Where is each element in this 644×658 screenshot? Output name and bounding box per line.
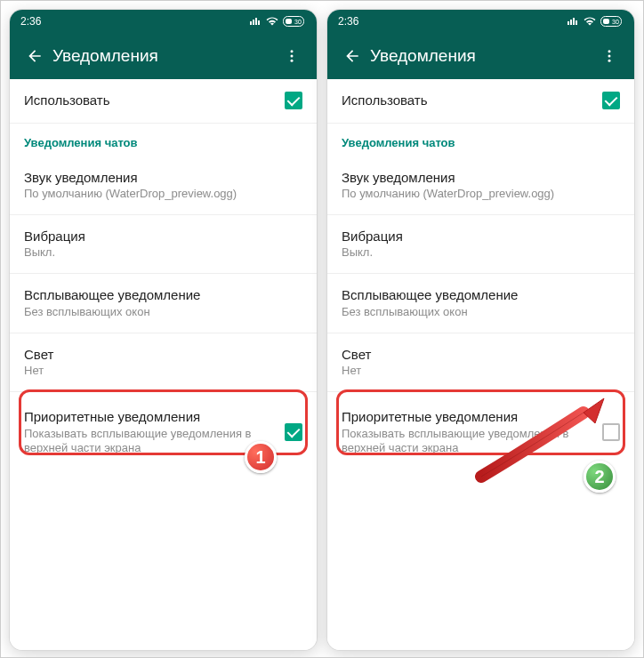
back-button[interactable] (17, 38, 52, 74)
phone-screen-1: 2:36 30 Уведомления Использовать Уведомл… (10, 10, 317, 650)
overflow-menu-button[interactable] (592, 38, 627, 74)
section-chats: Уведомления чатов (10, 124, 317, 156)
status-bar: 2:36 30 (327, 10, 634, 33)
arrow-back-icon (26, 47, 44, 65)
status-icons: 30 (567, 16, 624, 27)
row-use[interactable]: Использовать (10, 79, 317, 124)
popup-label: Всплывающее уведомление (342, 286, 620, 304)
row-light[interactable]: Свет Нет (327, 333, 634, 392)
priority-label: Приоритетные уведомления (24, 408, 278, 426)
status-icons: 30 (249, 16, 306, 27)
vibration-label: Вибрация (342, 228, 620, 245)
back-button[interactable] (334, 38, 370, 74)
light-value: Нет (24, 364, 302, 379)
vibration-value: Выкл. (342, 245, 620, 261)
popup-value: Без всплывающих окон (24, 305, 302, 320)
svg-point-3 (291, 50, 294, 52)
row-use[interactable]: Использовать (327, 79, 634, 124)
row-sound[interactable]: Звук уведомления По умолчанию (WaterDrop… (10, 156, 317, 215)
svg-text:30: 30 (294, 19, 302, 25)
app-bar: Уведомления (327, 33, 634, 79)
priority-checkbox[interactable] (602, 423, 620, 441)
appbar-title: Уведомления (370, 46, 592, 66)
popup-label: Всплывающее уведомление (24, 286, 302, 304)
svg-text:30: 30 (612, 19, 619, 25)
svg-rect-1 (286, 19, 292, 24)
row-vibration[interactable]: Вибрация Выкл. (327, 215, 634, 274)
sound-value: По умолчанию (WaterDrop_preview.ogg) (24, 187, 302, 202)
light-label: Свет (342, 346, 620, 364)
row-popup[interactable]: Всплывающее уведомление Без всплывающих … (327, 274, 634, 333)
svg-rect-7 (603, 19, 609, 24)
appbar-title: Уведомления (52, 46, 274, 66)
use-checkbox[interactable] (602, 92, 620, 109)
row-light[interactable]: Свет Нет (10, 333, 317, 392)
use-label: Использовать (24, 92, 278, 109)
light-value: Нет (342, 364, 620, 379)
status-time: 2:36 (338, 15, 358, 28)
sound-label: Звук уведомления (24, 169, 302, 187)
row-sound[interactable]: Звук уведомления По умолчанию (WaterDrop… (327, 156, 634, 215)
row-priority[interactable]: Приоритетные уведомления Показывать вспл… (327, 392, 634, 472)
use-label: Использовать (342, 92, 595, 109)
svg-point-9 (608, 50, 611, 52)
phone-screen-2: 2:36 30 Уведомления Использовать Уведомл… (327, 10, 634, 650)
row-vibration[interactable]: Вибрация Выкл. (10, 215, 317, 274)
more-vert-icon (284, 48, 300, 64)
row-popup[interactable]: Всплывающее уведомление Без всплывающих … (10, 274, 317, 333)
priority-desc: Показывать всплывающие уведомления в вер… (342, 427, 595, 457)
sound-value: По умолчанию (WaterDrop_preview.ogg) (342, 187, 620, 202)
priority-checkbox[interactable] (285, 423, 302, 441)
section-chats: Уведомления чатов (327, 124, 634, 156)
status-time: 2:36 (20, 15, 41, 28)
priority-desc: Показывать всплывающие уведомления в вер… (24, 427, 278, 457)
svg-point-5 (291, 60, 294, 62)
popup-value: Без всплывающих окон (342, 305, 620, 320)
settings-list: Использовать Уведомления чатов Звук увед… (10, 79, 317, 650)
svg-point-10 (608, 55, 611, 58)
vibration-value: Выкл. (24, 245, 302, 261)
priority-label: Приоритетные уведомления (342, 408, 595, 426)
light-label: Свет (24, 346, 302, 364)
svg-point-4 (291, 55, 294, 58)
app-bar: Уведомления (10, 33, 317, 79)
use-checkbox[interactable] (285, 92, 302, 109)
vibration-label: Вибрация (24, 228, 302, 245)
step-badge-2: 2 (584, 461, 616, 493)
arrow-back-icon (343, 47, 361, 65)
more-vert-icon (601, 48, 617, 64)
settings-list: Использовать Уведомления чатов Звук увед… (327, 79, 634, 650)
step-badge-1: 1 (245, 441, 277, 473)
svg-point-11 (608, 60, 611, 62)
status-bar: 2:36 30 (10, 10, 317, 33)
overflow-menu-button[interactable] (274, 38, 310, 74)
sound-label: Звук уведомления (342, 169, 620, 187)
